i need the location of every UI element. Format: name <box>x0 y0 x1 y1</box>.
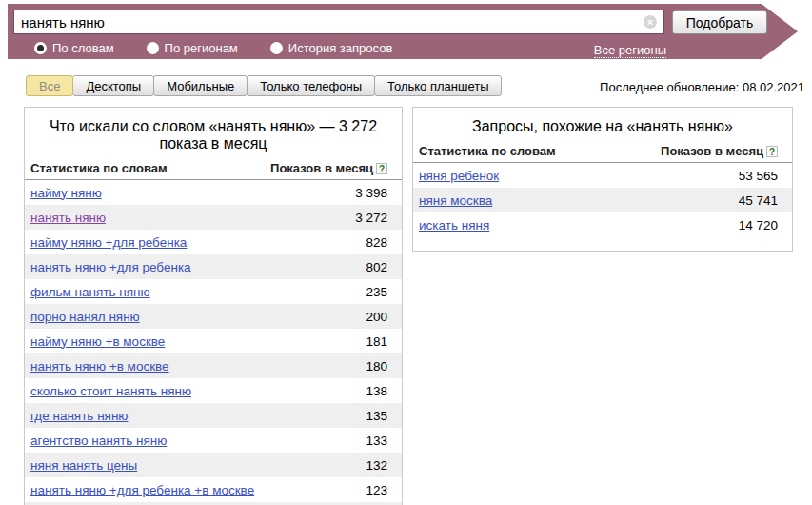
query-link[interactable]: где нанять няню <box>30 409 129 423</box>
table-row: нанять няню +для ребенка +в москве123 <box>25 477 402 502</box>
query-link[interactable]: няня москва <box>419 193 492 208</box>
col-shows-header: Показов в месяц <box>661 144 763 158</box>
mode-query-history[interactable]: История запросов <box>270 41 393 55</box>
query-link[interactable]: фильм нанять няню <box>30 285 150 299</box>
shows-value: 14 720 <box>739 218 778 232</box>
mode-by-regions[interactable]: По регионам <box>147 41 238 55</box>
shows-value: 3 272 <box>355 211 387 225</box>
mode-switcher: По словам По регионам История запросов <box>34 41 392 55</box>
device-tab[interactable]: Мобильные <box>153 75 248 96</box>
clear-icon[interactable]: × <box>644 15 657 29</box>
shows-value: 135 <box>366 409 387 423</box>
shows-value: 180 <box>366 359 387 374</box>
radio-icon[interactable] <box>147 42 159 54</box>
shows-value: 45 741 <box>739 193 778 208</box>
shows-value: 123 <box>366 483 387 497</box>
query-link[interactable]: нанять няню +для ребенка <box>30 260 191 274</box>
query-link[interactable]: нанять няню +для ребенка +в москве <box>30 483 254 497</box>
table-row: нанять няню3 272 <box>25 205 402 230</box>
query-link[interactable]: искать няня <box>419 218 489 232</box>
table-row: найму няню +для ребенка828 <box>25 230 402 254</box>
query-link[interactable]: найму няню <box>30 186 102 200</box>
table-row: искать няня14 720 <box>413 212 792 237</box>
panel-title: Запросы, похожие на «нанять няню» <box>426 118 780 135</box>
query-link[interactable]: сколько стоит нанять няню <box>30 384 191 398</box>
table-row: фильм нанять няню235 <box>25 279 402 304</box>
table-header: Статистика по словам Показов в месяц ? <box>25 159 402 180</box>
table-body: найму няню3 398нанять няню3 272найму нян… <box>25 180 402 505</box>
mode-label: История запросов <box>288 41 393 55</box>
table-row: нанять няню +в москве180 <box>25 354 402 378</box>
query-link[interactable]: найму няню +в москве <box>30 334 165 349</box>
radio-icon[interactable] <box>34 42 47 54</box>
col-shows-header: Показов в месяц <box>270 161 373 175</box>
shows-value: 138 <box>366 384 387 398</box>
shows-value: 132 <box>366 458 387 473</box>
shows-value: 802 <box>366 260 387 274</box>
device-tabs: ВсеДесктопыМобильныеТолько телефоныТольк… <box>26 75 502 96</box>
col-query-header: Статистика по словам <box>30 161 168 175</box>
table-row: агентство нанять няню133 <box>25 428 402 453</box>
query-link[interactable]: найму няню +для ребенка <box>30 235 187 250</box>
table-row: найму няню +в москве181 <box>25 329 402 354</box>
table-row: няня ребенок53 565 <box>413 163 792 188</box>
query-link[interactable]: нанять няню +в москве <box>30 359 169 374</box>
query-link[interactable]: порно нанял няню <box>30 310 140 324</box>
device-tab[interactable]: Десктопы <box>72 75 154 96</box>
wordstat-page: × Подобрать По словам По регионам Истори… <box>0 0 812 505</box>
mode-by-words[interactable]: По словам <box>34 41 114 55</box>
table-header: Статистика по словам Показов в месяц ? <box>413 142 792 163</box>
table-row: найму няню3 398 <box>25 180 402 205</box>
help-icon[interactable]: ? <box>376 163 387 174</box>
submit-button[interactable]: Подобрать <box>672 10 767 34</box>
help-icon[interactable]: ? <box>766 146 778 157</box>
shows-value: 3 398 <box>355 186 387 200</box>
shows-value: 828 <box>366 235 387 250</box>
similar-queries-panel: Запросы, похожие на «нанять няню» Статис… <box>412 107 793 252</box>
table-row: порно нанял няню200 <box>25 304 402 329</box>
shows-value: 53 565 <box>739 169 778 183</box>
mode-label: По регионам <box>165 41 238 55</box>
query-link[interactable]: агентство нанять няню <box>30 434 167 448</box>
query-link[interactable]: няня нанять цены <box>30 458 137 473</box>
shows-value: 181 <box>366 334 387 349</box>
search-input[interactable] <box>14 10 663 33</box>
shows-value: 200 <box>366 310 387 324</box>
shows-value: 235 <box>366 285 387 299</box>
device-tab[interactable]: Только планшеты <box>374 75 502 96</box>
last-update-note: Последнее обновление: 08.02.2021 <box>600 80 804 94</box>
mode-label: По словам <box>52 41 114 55</box>
table-row: сколько стоит нанять няню138 <box>25 378 402 403</box>
word-stats-panel: Что искали со словом «нанять няню» — 3 2… <box>24 107 403 505</box>
col-query-header: Статистика по словам <box>419 144 556 158</box>
device-tab[interactable]: Все <box>26 75 73 96</box>
all-regions-link[interactable]: Все регионы <box>594 43 666 58</box>
table-row: няня москва45 741 <box>413 188 792 212</box>
search-banner: × Подобрать По словам По регионам Истори… <box>8 4 798 59</box>
table-row: где нанять няню135 <box>25 403 402 428</box>
search-box: × <box>13 10 664 34</box>
table-body: няня ребенок53 565няня москва45 741искат… <box>413 163 792 237</box>
radio-icon[interactable] <box>270 42 283 54</box>
shows-value: 133 <box>366 434 387 448</box>
panel-title: Что искали со словом «нанять няню» — 3 2… <box>36 118 390 152</box>
query-link[interactable]: няня ребенок <box>419 169 499 183</box>
query-link[interactable]: нанять няню <box>30 211 106 225</box>
device-tab[interactable]: Только телефоны <box>247 75 375 96</box>
table-row: нанять няню +для ребенка802 <box>25 254 402 279</box>
table-row: няня нанять цены132 <box>25 453 402 477</box>
